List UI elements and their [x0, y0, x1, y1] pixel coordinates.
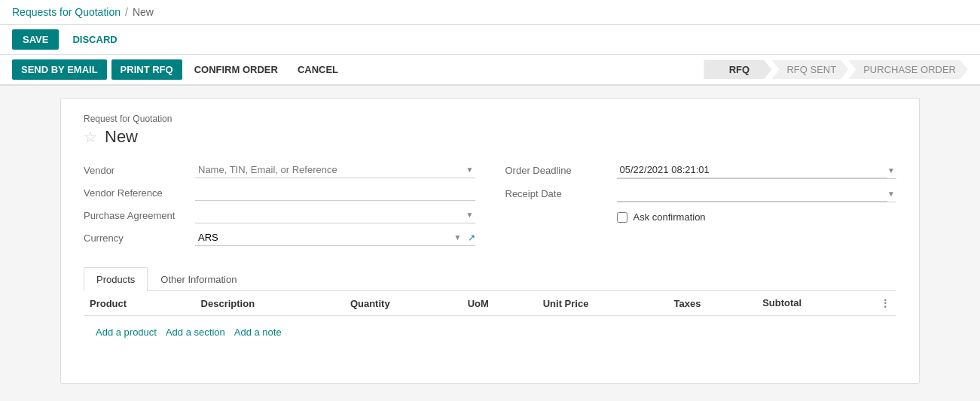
currency-select[interactable]: ARS [195, 229, 450, 245]
col-unit-price: Unit Price [537, 291, 668, 316]
purchase-agreement-select[interactable] [195, 207, 466, 223]
record-title: New [105, 127, 138, 147]
breadcrumb-current: New [133, 6, 154, 18]
vendor-select-wrapper: ▼ [195, 162, 475, 178]
tabs: Products Other Information [84, 267, 896, 290]
receipt-date-row: Receipt Date ▼ [505, 185, 897, 202]
ask-confirmation-checkbox-row: Ask confirmation [617, 211, 706, 223]
favorite-star-icon[interactable]: ☆ [84, 128, 97, 146]
form-col-right: Order Deadline ▼ Receipt Date ▼ [505, 162, 897, 252]
col-taxes: Taxes [668, 291, 757, 316]
col-product: Product [84, 291, 195, 316]
form-card: Request for Quotation ☆ New Vendor ▼ Ven… [60, 98, 920, 384]
form-fields: Vendor ▼ Vendor Reference Purchase Agree… [84, 162, 896, 252]
workflow-actions: SEND BY EMAIL PRINT RFQ CONFIRM ORDER CA… [12, 59, 346, 80]
currency-dropdown-icon: ▼ [454, 233, 462, 242]
ask-confirmation-checkbox[interactable] [617, 212, 627, 223]
main-content: Request for Quotation ☆ New Vendor ▼ Ven… [0, 86, 980, 396]
send-by-email-button[interactable]: SEND BY EMAIL [12, 59, 107, 80]
workflow-bar: SEND BY EMAIL PRINT RFQ CONFIRM ORDER CA… [0, 55, 980, 86]
confirm-order-button[interactable]: CONFIRM ORDER [187, 60, 285, 79]
add-section-link[interactable]: Add a section [166, 327, 225, 338]
vendor-reference-input[interactable] [195, 184, 475, 201]
vendor-input[interactable] [195, 162, 466, 178]
table-add-row: Add a product Add a section Add a note [84, 316, 896, 349]
tab-products[interactable]: Products [84, 267, 148, 291]
purchase-agreement-select-wrapper: ▼ [195, 207, 475, 223]
add-row-actions: Add a product Add a section Add a note [90, 320, 890, 344]
currency-row: Currency ARS ▼ ↗ [84, 229, 475, 246]
add-product-link[interactable]: Add a product [96, 327, 157, 338]
status-step-rfq-sent: RFQ SENT [771, 60, 848, 79]
print-rfq-button[interactable]: PRINT RFQ [111, 59, 182, 80]
order-deadline-input[interactable] [617, 162, 888, 178]
order-deadline-row: Order Deadline ▼ [505, 162, 897, 179]
tabs-container: Products Other Information [84, 267, 896, 291]
col-uom: UoM [462, 291, 537, 316]
discard-button[interactable]: DISCARD [65, 29, 124, 50]
col-subtotal: Subtotal ⋮ [756, 291, 896, 316]
order-deadline-wrapper: ▼ [617, 162, 897, 179]
col-description: Description [195, 291, 344, 316]
tab-other-information[interactable]: Other Information [148, 267, 249, 291]
vendor-reference-row: Vendor Reference [84, 184, 475, 201]
col-quantity: Quantity [344, 291, 462, 316]
breadcrumb-separator: / [125, 6, 128, 18]
status-step-purchase-order: PURCHASE ORDER [848, 60, 968, 79]
vendor-label: Vendor [84, 165, 189, 176]
currency-select-wrapper: ARS ▼ ↗ [195, 229, 475, 246]
column-menu-icon[interactable]: ⋮ [880, 297, 890, 309]
form-col-left: Vendor ▼ Vendor Reference Purchase Agree… [84, 162, 475, 252]
vendor-reference-label: Vendor Reference [84, 187, 189, 199]
cancel-button[interactable]: CANCEL [290, 60, 346, 79]
purchase-agreement-label: Purchase Agreement [84, 210, 189, 221]
order-deadline-dropdown-icon: ▼ [887, 166, 895, 175]
products-table: Product Description Quantity UoM Unit Pr… [84, 291, 896, 348]
status-steps: RFQ RFQ SENT PURCHASE ORDER [704, 60, 968, 79]
table-header-row: Product Description Quantity UoM Unit Pr… [84, 291, 896, 316]
purchase-agreement-row: Purchase Agreement ▼ [84, 207, 475, 223]
form-title-large: ☆ New [84, 127, 896, 147]
ask-confirmation-row: Ask confirmation [505, 208, 897, 223]
currency-label: Currency [84, 232, 189, 244]
ask-confirmation-label: Ask confirmation [633, 211, 706, 223]
currency-external-link-icon[interactable]: ↗ [468, 232, 475, 243]
receipt-date-label: Receipt Date [505, 188, 611, 199]
purchase-agreement-dropdown-icon: ▼ [466, 211, 474, 219]
table-add-row-cell: Add a product Add a section Add a note [84, 316, 896, 349]
receipt-date-dropdown-icon: ▼ [887, 190, 895, 198]
form-title-small: Request for Quotation [84, 114, 896, 124]
breadcrumb-parent[interactable]: Requests for Quotation [12, 6, 121, 18]
breadcrumb-bar: Requests for Quotation / New [0, 0, 980, 25]
vendor-dropdown-icon: ▼ [466, 166, 474, 174]
status-step-rfq: RFQ [704, 60, 771, 79]
save-button[interactable]: SAVE [12, 29, 59, 50]
save-discard-bar: SAVE DISCARD [0, 25, 980, 55]
vendor-row: Vendor ▼ [84, 162, 475, 178]
order-deadline-label: Order Deadline [505, 165, 611, 176]
add-note-link[interactable]: Add a note [234, 327, 282, 338]
receipt-date-wrapper: ▼ [617, 185, 897, 202]
receipt-date-input[interactable] [617, 185, 888, 202]
